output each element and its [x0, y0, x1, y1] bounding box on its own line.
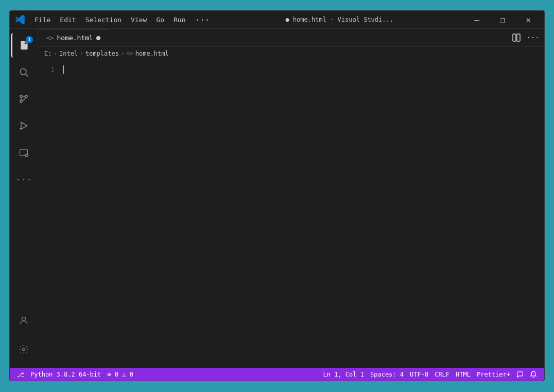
svg-point-11 [22, 317, 26, 320]
breadcrumb-file-icon: <> [126, 50, 133, 57]
status-bar: ⎇ Python 3.8.2 64-bit ⊗ 0 △ 0 Ln 1, Col … [10, 368, 544, 381]
svg-rect-0 [21, 44, 23, 45]
svg-rect-13 [513, 34, 516, 41]
activity-search[interactable] [11, 60, 36, 84]
status-feedback[interactable] [513, 371, 527, 378]
text-cursor [63, 65, 64, 74]
activity-source-control[interactable] [11, 87, 36, 111]
status-encoding[interactable]: UTF-8 [407, 371, 431, 378]
spaces-label: Spaces: 4 [370, 371, 404, 378]
breadcrumb-templates[interactable]: templates [85, 50, 119, 57]
breadcrumb-sep-1: › [54, 50, 57, 57]
line-numbers: 1 [38, 60, 59, 368]
activity-bar: 1 [10, 29, 38, 368]
status-right: Ln 1, Col 1 Spaces: 4 UTF-8 CRLF HTML Pr… [320, 371, 540, 378]
status-bell[interactable] [527, 371, 540, 378]
editor-content[interactable]: 1 [38, 60, 544, 368]
svg-line-2 [26, 74, 28, 77]
errors-label: ⊗ 0 △ 0 [107, 371, 133, 378]
menu-ellipsis[interactable]: ··· [191, 13, 214, 27]
svg-point-3 [20, 95, 22, 97]
activity-explorer[interactable]: 1 [11, 33, 36, 58]
menu-file[interactable]: File [30, 14, 55, 26]
language-label: HTML [456, 371, 471, 378]
svg-point-1 [20, 69, 26, 75]
line-number-1: 1 [38, 64, 55, 74]
explorer-badge: 1 [26, 36, 33, 43]
menu-view[interactable]: View [127, 14, 151, 26]
scrollbar-track[interactable] [538, 60, 544, 368]
tab-bar: <> home.html ··· [38, 29, 544, 47]
vscode-window: File Edit Selection View Go Run ··· ● ho… [9, 10, 545, 381]
more-actions-button[interactable]: ··· [526, 30, 540, 45]
activity-run[interactable] [11, 113, 36, 138]
editor-area: <> home.html ··· C: › [38, 29, 544, 368]
line-col-label: Ln 1, Col 1 [323, 371, 364, 378]
breadcrumb-sep-2: › [80, 50, 83, 57]
status-language[interactable]: HTML [453, 371, 474, 378]
minimize-button[interactable]: — [465, 11, 489, 29]
cursor-line [63, 64, 538, 74]
activity-remote[interactable] [11, 140, 36, 165]
title-bar-left: File Edit Selection View Go Run ··· [14, 13, 214, 27]
menu-selection[interactable]: Selection [81, 14, 126, 26]
breadcrumb-intel[interactable]: Intel [59, 50, 78, 57]
tab-file-icon: <> [46, 35, 54, 42]
svg-rect-14 [517, 34, 520, 41]
title-bar-controls: — ❐ ✕ [465, 11, 540, 29]
git-icon: ⎇ [17, 371, 24, 378]
tab-home-html[interactable]: <> home.html [38, 29, 109, 46]
menu-go[interactable]: Go [152, 14, 168, 26]
tab-modified-dot [96, 36, 100, 40]
maximize-button[interactable]: ❐ [491, 11, 514, 29]
main-area: 1 [10, 29, 544, 368]
line-ending-label: CRLF [435, 371, 449, 378]
menu-edit[interactable]: Edit [56, 14, 80, 26]
split-editor-button[interactable] [509, 30, 524, 45]
formatter-label: Prettier+ [477, 371, 510, 378]
menu-run[interactable]: Run [169, 14, 189, 26]
svg-marker-6 [21, 122, 27, 129]
status-line-col[interactable]: Ln 1, Col 1 [320, 371, 367, 378]
breadcrumb: C: › Intel › templates › <> home.html [38, 47, 544, 60]
status-left: ⎇ Python 3.8.2 64-bit ⊗ 0 △ 0 [14, 371, 136, 378]
activity-bottom [11, 308, 36, 368]
encoding-label: UTF-8 [410, 371, 428, 378]
vscode-logo [14, 13, 26, 26]
window-title: ● home.html - Visual Studi... [214, 16, 465, 23]
tab-label: home.html [57, 34, 93, 42]
python-label: Python 3.8.2 64-bit [30, 371, 101, 378]
activity-account[interactable] [11, 308, 36, 333]
breadcrumb-sep-3: › [121, 50, 125, 57]
status-python[interactable]: Python 3.8.2 64-bit [27, 371, 104, 378]
svg-point-12 [23, 348, 25, 351]
tab-actions: ··· [509, 29, 544, 46]
title-bar: File Edit Selection View Go Run ··· ● ho… [10, 11, 544, 29]
menu-items: File Edit Selection View Go Run ··· [30, 13, 214, 27]
svg-point-10 [26, 155, 27, 156]
close-button[interactable]: ✕ [516, 11, 540, 29]
code-area[interactable] [59, 60, 538, 368]
status-errors[interactable]: ⊗ 0 △ 0 [104, 371, 136, 378]
svg-point-4 [25, 95, 27, 97]
breadcrumb-file[interactable]: home.html [135, 50, 169, 57]
status-spaces[interactable]: Spaces: 4 [367, 371, 407, 378]
status-formatter[interactable]: Prettier+ [474, 371, 513, 378]
status-line-ending[interactable]: CRLF [431, 371, 453, 378]
svg-point-7 [20, 128, 22, 129]
breadcrumb-drive[interactable]: C: [44, 50, 51, 57]
activity-extensions[interactable]: ··· [11, 167, 36, 192]
activity-settings[interactable] [11, 337, 36, 362]
status-git-branch[interactable]: ⎇ [14, 371, 27, 378]
